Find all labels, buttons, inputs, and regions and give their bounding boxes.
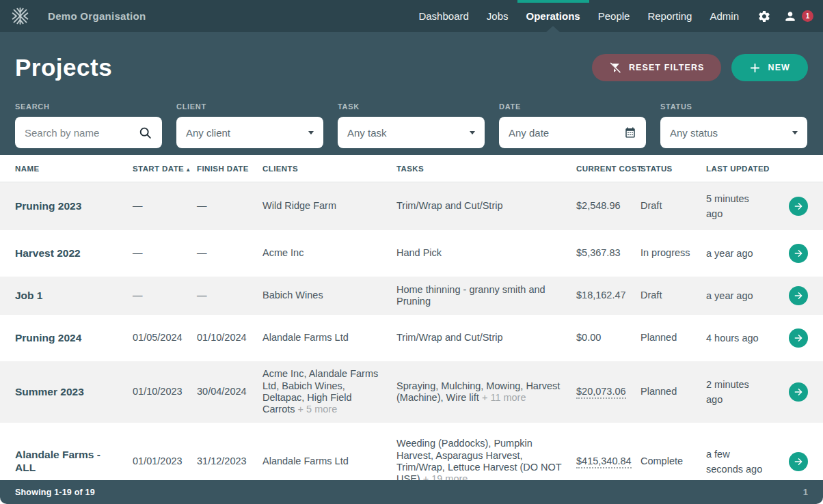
user-account-icon[interactable]: [783, 10, 797, 23]
status-cell: Draft: [640, 200, 706, 212]
start-date: —: [133, 290, 197, 301]
filter-task: TASK Any task: [338, 102, 485, 148]
clients-more-count[interactable]: + 5 more: [298, 404, 338, 415]
project-name[interactable]: Harvest 2022: [15, 247, 133, 260]
filter-date: DATE Any date: [499, 102, 646, 148]
column-header-current-cost[interactable]: CURRENT COST: [576, 165, 640, 173]
project-name[interactable]: Job 1: [15, 290, 133, 303]
task-select[interactable]: Any task: [338, 117, 485, 148]
finish-date: 01/10/2024: [197, 332, 262, 344]
clients-cell: Alandale Farms Ltd: [262, 456, 396, 467]
open-project-button[interactable]: [789, 382, 808, 402]
current-cost: $18,162.47: [576, 290, 640, 301]
client-select[interactable]: Any client: [176, 117, 323, 148]
date-value: Any date: [509, 127, 624, 139]
finish-date: —: [197, 290, 262, 301]
current-cost: $415,340.84: [576, 456, 640, 467]
client-select-value: Any client: [186, 127, 303, 139]
start-date: —: [133, 200, 197, 212]
start-date: 01/10/2023: [133, 386, 197, 397]
table-row[interactable]: Pruning 2023 — — Wild Ridge Farm Trim/Wr…: [0, 182, 823, 230]
status-filter-label: STATUS: [660, 102, 807, 111]
open-project-button[interactable]: [789, 286, 808, 305]
current-cost: $0.00: [576, 332, 640, 344]
tasks-cell: Home thinning - granny smith and Pruning: [396, 284, 576, 308]
column-header-start-date[interactable]: START DATE▲: [133, 165, 197, 173]
nav-item-reporting[interactable]: Reporting: [638, 0, 701, 32]
project-name[interactable]: Summer 2023: [15, 386, 133, 399]
last-updated: a few seconds ago: [706, 447, 773, 477]
table-row[interactable]: Job 1 — — Babich Wines Home thinning - g…: [0, 277, 823, 315]
search-icon[interactable]: [138, 126, 152, 140]
open-project-button[interactable]: [789, 452, 808, 471]
filter-search: SEARCH: [15, 102, 162, 148]
last-updated: a year ago: [706, 246, 773, 261]
table-row[interactable]: Harvest 2022 — — Acme Inc Hand Pick $5,3…: [0, 230, 823, 277]
status-cell: Planned: [640, 332, 706, 344]
pagination-page-1[interactable]: 1: [803, 487, 808, 497]
date-input-box[interactable]: Any date: [499, 117, 646, 148]
clients-cell: Babich Wines: [262, 290, 396, 301]
search-input[interactable]: [25, 127, 138, 139]
filters-bar: SEARCH CLIENT Any client TASK Any task: [15, 102, 808, 148]
column-header-name[interactable]: NAME: [15, 165, 133, 173]
start-date: 01/01/2023: [133, 456, 197, 467]
column-header-clients[interactable]: CLIENTS: [262, 165, 396, 173]
project-name[interactable]: Pruning 2024: [15, 332, 133, 345]
table-footer: Showing 1-19 of 19 1: [0, 480, 823, 504]
tasks-cell: Trim/Wrap and Cut/Strip: [396, 332, 576, 344]
table-row[interactable]: Pruning 2024 01/05/2024 01/10/2024 Aland…: [0, 315, 823, 361]
nav-item-people[interactable]: People: [589, 0, 639, 32]
open-project-button[interactable]: [789, 328, 808, 348]
finish-date: 31/12/2023: [197, 456, 262, 467]
settings-gear-icon[interactable]: [757, 10, 771, 23]
arrow-right-icon: [793, 387, 804, 397]
arrow-right-icon: [793, 290, 804, 301]
open-project-button[interactable]: [789, 244, 808, 263]
clients-cell: Acme Inc: [262, 247, 396, 259]
nav-icon-group: 1: [757, 10, 813, 23]
current-cost: $20,073.06: [576, 386, 640, 397]
status-select[interactable]: Any status: [660, 117, 807, 148]
reset-filters-button[interactable]: RESET FILTERS: [592, 54, 721, 81]
status-select-value: Any status: [670, 127, 787, 139]
filter-status: STATUS Any status: [660, 102, 807, 148]
page-header: Projects RESET FILTERS NEW SEARCH: [0, 32, 823, 155]
date-filter-label: DATE: [499, 102, 646, 111]
current-cost: $2,548.96: [576, 200, 640, 212]
search-input-box: [15, 117, 162, 148]
sort-ascending-icon: ▲: [185, 167, 191, 173]
project-name[interactable]: Alandale Farms - ALL: [15, 449, 133, 474]
finish-date: —: [197, 200, 262, 212]
filter-off-icon: [608, 61, 621, 74]
search-filter-label: SEARCH: [15, 102, 162, 111]
nav-item-jobs[interactable]: Jobs: [478, 0, 517, 32]
chevron-down-icon: [308, 131, 314, 135]
column-header-status[interactable]: STATUS: [640, 165, 706, 173]
calendar-icon[interactable]: [624, 126, 636, 139]
project-name[interactable]: Pruning 2023: [15, 200, 133, 213]
arrow-right-icon: [793, 201, 804, 212]
notification-badge[interactable]: 1: [802, 10, 813, 22]
new-project-button[interactable]: NEW: [731, 54, 808, 81]
column-header-last-updated[interactable]: LAST UPDATED: [706, 165, 773, 173]
page-title: Projects: [15, 54, 112, 81]
client-filter-label: CLIENT: [176, 102, 323, 111]
finish-date: 30/04/2024: [197, 386, 262, 397]
clients-cell: Wild Ridge Farm: [262, 200, 396, 212]
column-header-finish-date[interactable]: FINISH DATE: [197, 165, 262, 173]
tasks-cell: Hand Pick: [396, 247, 576, 259]
nav-item-admin[interactable]: Admin: [701, 0, 748, 32]
tasks-cell: Spraying, Mulching, Mowing, Harvest (Mac…: [396, 380, 576, 404]
table-row[interactable]: Summer 2023 01/10/2023 30/04/2024 Acme I…: [0, 361, 823, 423]
nav-item-operations[interactable]: Operations: [517, 0, 589, 32]
showing-count-text: Showing 1-19 of 19: [15, 488, 95, 497]
arrow-right-icon: [793, 456, 804, 467]
last-updated: 5 minutes ago: [706, 191, 773, 222]
table-header-row: NAME START DATE▲ FINISH DATE CLIENTS TAS…: [0, 155, 823, 182]
column-header-tasks[interactable]: TASKS: [396, 165, 576, 173]
org-logo-snowflake-icon: [10, 6, 30, 26]
tasks-more-count[interactable]: + 11 more: [482, 392, 526, 403]
nav-item-dashboard[interactable]: Dashboard: [409, 0, 477, 32]
open-project-button[interactable]: [789, 197, 808, 216]
